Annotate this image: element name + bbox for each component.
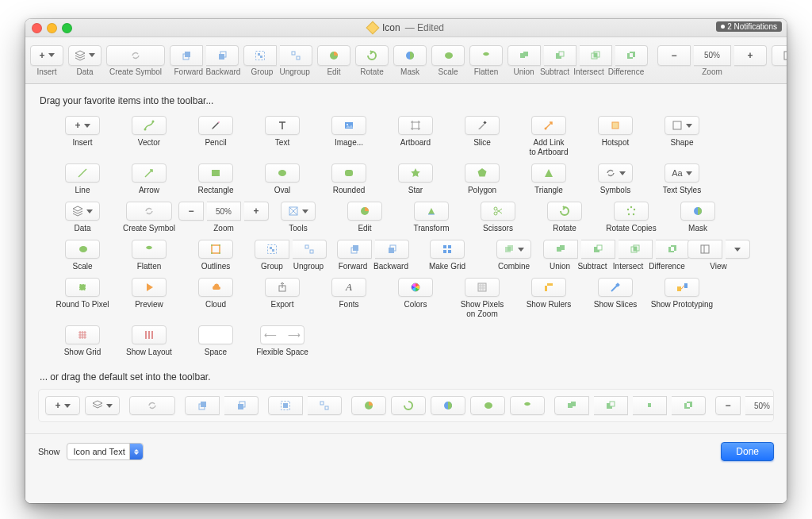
item-zoom[interactable]: −50%+Zoom [184,202,263,233]
item-combine[interactable]: Combine [482,240,546,271]
item-shape[interactable]: Shape [650,116,714,157]
intersect-icon [630,244,641,255]
svg-point-24 [152,121,155,123]
default-set[interactable]: + − 50% + » [38,389,774,422]
notifications-badge[interactable]: 2 Notifications [716,21,782,32]
flatten-button[interactable] [469,45,503,66]
item-add-link[interactable]: Add Link to Artboard [517,116,580,157]
item-rounded[interactable]: Rounded [317,163,381,195]
item-text[interactable]: Text [251,116,314,157]
item-line[interactable]: Line [51,163,114,195]
item-export[interactable]: Export [251,278,314,319]
done-button[interactable]: Done [721,442,774,461]
item-colors[interactable]: Colors [384,278,447,319]
item-symbols[interactable]: Symbols [584,163,647,195]
scale-button[interactable] [431,45,465,66]
item-mask[interactable]: Mask [666,202,730,233]
item-forward-backward[interactable]: ForwardBackward [333,240,412,271]
knife-icon [477,120,488,131]
create-symbol-label: Create Symbol [109,67,162,76]
def-backward [224,396,259,415]
svg-rect-36 [345,170,353,176]
edit-button[interactable] [317,45,350,66]
zoom-out-button[interactable]: − [657,45,691,66]
svg-rect-85 [677,286,681,291]
item-polygon[interactable]: Polygon [450,163,514,195]
item-hotspot[interactable]: Hotspot [584,116,647,157]
forward-button[interactable] [170,45,203,66]
item-fonts[interactable]: AFonts [317,278,381,319]
item-show-grid[interactable]: Show Grid [51,325,114,357]
item-edit[interactable]: Edit [333,202,396,233]
item-oval[interactable]: Oval [251,163,314,195]
svg-point-26 [347,124,348,125]
flatten-label: Flatten [470,67,502,76]
item-view[interactable]: View [687,240,750,271]
item-cloud[interactable]: Cloud [184,278,247,319]
item-flatten[interactable]: Flatten [117,240,181,271]
item-star[interactable]: Star [384,163,447,195]
item-artboard[interactable]: Artboard [384,116,447,157]
layers-icon [75,50,86,61]
svg-rect-3 [219,54,224,60]
view-button[interactable] [772,45,787,66]
data-button[interactable] [68,45,102,66]
item-create-symbol[interactable]: Create Symbol [117,202,181,233]
ungroup-button[interactable] [280,45,312,66]
show-mode-select[interactable]: Icon and Text [67,443,144,460]
item-triangle[interactable]: Triangle [517,163,580,195]
insert-button[interactable]: + [30,45,63,66]
svg-rect-7 [292,52,295,55]
document-icon [366,21,379,35]
item-scissors[interactable]: Scissors [466,202,530,233]
item-prototyping[interactable]: Show Prototyping [650,278,714,319]
union-button[interactable] [508,45,541,66]
backward-button[interactable] [206,45,239,66]
item-outlines[interactable]: Outlines [184,240,247,271]
create-symbol-button[interactable] [106,45,165,66]
item-transform[interactable]: Transform [400,202,463,233]
item-insert[interactable]: +Insert [51,116,114,157]
item-arrow[interactable]: Arrow [117,163,181,195]
item-vector[interactable]: Vector [117,116,181,157]
item-rulers[interactable]: Show Rulers [517,278,580,319]
prototyping-icon [676,282,688,293]
svg-rect-5 [258,53,260,56]
backward-label: Backward [206,67,235,76]
image-icon [343,120,354,131]
item-text-styles[interactable]: AaText Styles [650,163,714,195]
item-boolean-ops[interactable]: Union Subtract Intersect Difference [549,240,684,271]
item-slices[interactable]: Show Slices [584,278,647,319]
difference-button[interactable] [615,45,648,66]
rotate-button[interactable] [355,45,389,66]
svg-rect-95 [283,403,288,408]
item-scale[interactable]: Scale [51,240,114,271]
item-preview[interactable]: Preview [117,278,181,319]
ruler-icon [543,282,554,293]
item-group-ungroup[interactable]: GroupUngroup [251,240,330,271]
def-insert: + [45,396,80,415]
group-button[interactable] [243,45,277,66]
item-round-pixel[interactable]: Round To Pixel [51,278,114,319]
item-image[interactable]: Image... [317,116,381,157]
item-flexible-space[interactable]: ⟵⟶Flexible Space [251,325,314,357]
zoom-in-button[interactable]: + [734,45,767,66]
item-pixels-zoom[interactable]: Show Pixels on Zoom [450,278,514,319]
subtract-button[interactable] [544,45,576,66]
item-slice[interactable]: Slice [450,116,514,157]
item-make-grid[interactable]: Make Grid [416,240,479,271]
item-data[interactable]: Data [51,202,114,233]
mask-button[interactable] [393,45,427,66]
item-rotate[interactable]: Rotate [533,202,596,233]
def-create-symbol [129,396,175,415]
item-tools[interactable]: Tools [266,202,330,233]
item-space[interactable]: Space [184,325,247,357]
item-show-layout[interactable]: Show Layout [117,325,181,357]
intersect-button[interactable] [580,45,612,66]
item-rectangle[interactable]: Rectangle [184,163,247,195]
item-rotate-copies[interactable]: Rotate Copies [599,202,663,233]
customize-sheet: Drag your favorite items into the toolba… [25,84,787,503]
svg-rect-103 [610,402,615,406]
zoom-value[interactable]: 50% [694,45,731,66]
item-pencil[interactable]: Pencil [184,116,247,157]
